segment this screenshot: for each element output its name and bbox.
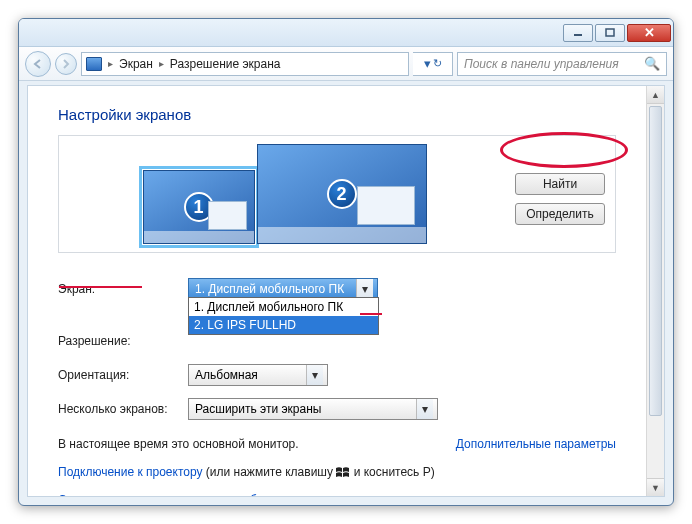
display-option-1[interactable]: 1. Дисплей мобильного ПК <box>189 298 378 316</box>
page-title: Настройки экранов <box>58 106 616 123</box>
size-row: Сделать текст и другие элементы больше и… <box>58 493 616 497</box>
minimize-button[interactable] <box>563 24 593 42</box>
toolbar: ▸ Экран ▸ Разрешение экрана ▾↻ Поиск в п… <box>19 47 673 81</box>
label-orientation: Ориентация: <box>58 368 188 382</box>
projector-row: Подключение к проектору (или нажмите кла… <box>58 465 616 479</box>
scrollbar[interactable]: ▲ ▼ <box>646 86 664 496</box>
search-input[interactable]: Поиск в панели управления 🔍 <box>457 52 667 76</box>
scroll-down[interactable]: ▼ <box>647 478 664 496</box>
display-dropdown: 1. Дисплей мобильного ПК 2. LG IPS FULLH… <box>188 297 379 335</box>
monitor-buttons: Найти Определить <box>510 163 615 225</box>
row-orientation: Ориентация: Альбомная <box>58 361 616 389</box>
back-button[interactable] <box>25 51 51 77</box>
orientation-combo[interactable]: Альбомная <box>188 364 328 386</box>
window-frame: ✕ ▸ Экран ▸ Разрешение экрана ▾↻ Поиск в… <box>18 18 674 506</box>
svg-rect-0 <box>574 34 582 36</box>
close-button[interactable]: ✕ <box>627 24 671 42</box>
display-option-2[interactable]: 2. LG IPS FULLHD <box>189 316 378 334</box>
maximize-button[interactable] <box>595 24 625 42</box>
identify-button[interactable]: Определить <box>515 203 605 225</box>
monitor-2[interactable]: 2 <box>257 144 427 244</box>
search-icon: 🔍 <box>644 56 660 71</box>
windows-key-icon <box>336 467 350 479</box>
display-icon <box>86 57 102 71</box>
monitor-window-icon <box>208 201 247 230</box>
projector-link[interactable]: Подключение к проектору <box>58 465 203 479</box>
primary-monitor-status: В настоящее время это основной монитор. <box>58 437 299 451</box>
scroll-up[interactable]: ▲ <box>647 86 664 104</box>
multiple-value: Расширить эти экраны <box>195 402 321 416</box>
monitor-taskbar-icon <box>144 231 254 243</box>
monitor-2-badge: 2 <box>327 179 357 209</box>
find-button[interactable]: Найти <box>515 173 605 195</box>
projector-text-2: и коснитесь P) <box>350 465 434 479</box>
forward-button[interactable] <box>55 53 77 75</box>
address-bar[interactable]: ▸ Экран ▸ Разрешение экрана <box>81 52 409 76</box>
status-line: В настоящее время это основной монитор. … <box>58 437 616 451</box>
projector-text-1: (или нажмите клавишу <box>203 465 337 479</box>
multiple-combo[interactable]: Расширить эти экраны <box>188 398 438 420</box>
chevron-right-icon: ▸ <box>159 58 164 69</box>
scroll-thumb[interactable] <box>649 106 662 416</box>
breadcrumb-seg2[interactable]: Разрешение экрана <box>170 57 281 71</box>
search-placeholder: Поиск в панели управления <box>464 57 619 71</box>
display-combo-value: 1. Дисплей мобильного ПК <box>195 282 344 296</box>
row-display: Экран: 1. Дисплей мобильного ПК 1. Диспл… <box>58 275 616 303</box>
inner-content: Настройки экранов 1 2 Найти <box>28 86 646 497</box>
monitor-arrangement-box: 1 2 Найти Определить <box>58 135 616 253</box>
refresh-button[interactable]: ▾↻ <box>413 52 453 76</box>
text-size-link[interactable]: Сделать текст и другие элементы больше и… <box>58 493 364 497</box>
advanced-link[interactable]: Дополнительные параметры <box>456 437 616 451</box>
orientation-value: Альбомная <box>195 368 258 382</box>
label-multiple: Несколько экранов: <box>58 402 188 416</box>
row-multiple: Несколько экранов: Расширить эти экраны <box>58 395 616 423</box>
label-display: Экран: <box>58 282 188 296</box>
content-pane: ▲ ▼ Настройки экранов 1 2 <box>27 85 665 497</box>
label-resolution: Разрешение: <box>58 334 188 348</box>
monitor-taskbar-icon <box>258 227 426 243</box>
monitor-area[interactable]: 1 2 <box>59 136 510 252</box>
monitor-1[interactable]: 1 <box>143 170 255 244</box>
titlebar: ✕ <box>19 19 673 47</box>
chevron-right-icon: ▸ <box>108 58 113 69</box>
breadcrumb-seg1[interactable]: Экран <box>119 57 153 71</box>
monitor-window-icon <box>357 186 416 225</box>
svg-rect-1 <box>606 29 614 36</box>
